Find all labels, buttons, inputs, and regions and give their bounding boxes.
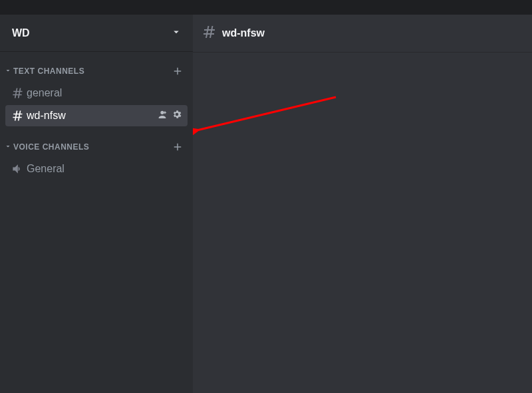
channel-name: general <box>27 87 182 99</box>
chevron-down-icon <box>4 65 12 77</box>
channel-hover-actions <box>157 109 182 122</box>
hash-icon <box>201 24 217 43</box>
create-invite-icon[interactable] <box>157 109 168 122</box>
server-header-button[interactable]: WD <box>0 15 193 52</box>
server-name: WD <box>12 27 30 39</box>
channel-sidebar: WD TEXT CHANNELS <box>0 15 193 393</box>
speaker-icon <box>11 162 27 176</box>
category-header: TEXT CHANNELS <box>4 65 84 77</box>
spacer <box>0 128 193 137</box>
category-label: TEXT CHANNELS <box>13 66 84 76</box>
annotation-arrow <box>193 52 532 251</box>
category-voice-channels[interactable]: VOICE CHANNELS <box>0 137 193 157</box>
channel-header: wd-nfsw <box>193 15 532 52</box>
category-text-channels[interactable]: TEXT CHANNELS <box>0 61 193 81</box>
current-channel-title: wd-nfsw <box>222 27 265 39</box>
app-body: WD TEXT CHANNELS <box>0 15 532 393</box>
create-channel-button[interactable] <box>172 141 184 153</box>
main-area: wd-nfsw <box>193 15 532 393</box>
category-label: VOICE CHANNELS <box>13 142 89 152</box>
chevron-down-icon <box>4 141 12 153</box>
create-channel-button[interactable] <box>172 65 184 77</box>
window-titlebar <box>0 0 532 15</box>
hash-icon <box>11 109 27 122</box>
channel-name: General <box>27 163 182 175</box>
voice-channel-general[interactable]: General <box>5 158 188 180</box>
channel-messages-area <box>193 52 532 393</box>
gear-icon[interactable] <box>172 109 182 122</box>
channel-name: wd-nfsw <box>27 110 157 122</box>
channel-general[interactable]: general <box>5 82 188 104</box>
hash-icon <box>11 86 27 100</box>
chevron-down-icon <box>170 26 182 41</box>
channel-wd-nfsw[interactable]: wd-nfsw <box>5 105 188 126</box>
channel-list: TEXT CHANNELS general wd-nfsw <box>0 52 193 393</box>
category-header: VOICE CHANNELS <box>4 141 89 153</box>
svg-line-0 <box>197 97 336 130</box>
